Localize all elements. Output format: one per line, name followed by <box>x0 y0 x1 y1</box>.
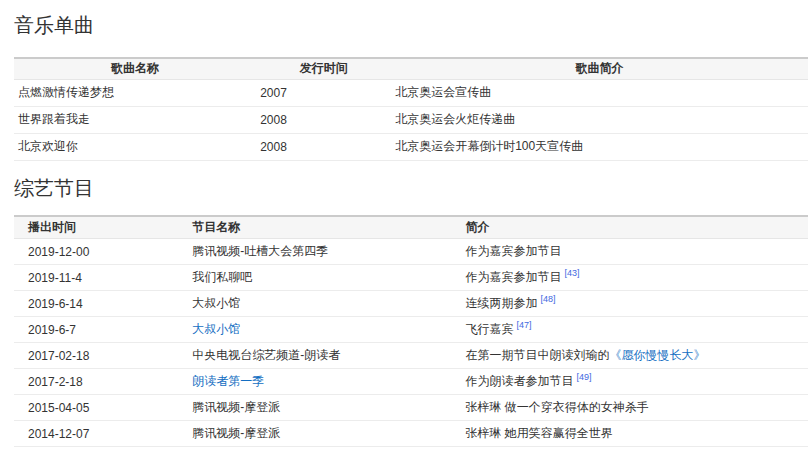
variety-shows-table: 播出时间节目名称简介 2019-12-00腾讯视频-吐槽大会第四季作为嘉宾参加节… <box>14 215 808 448</box>
table-cell: 2008 <box>256 133 391 160</box>
table-cell: 2017-2-18 <box>14 369 178 395</box>
reference-link[interactable]: [48] <box>540 294 555 304</box>
music-singles-table: 歌曲名称发行时间歌曲简介 点燃激情传递梦想2007北京奥运会宣传曲世界跟着我走2… <box>14 57 808 161</box>
cell-text: 作为嘉宾参加节目 <box>465 270 561 284</box>
cell-text: 世界跟着我走 <box>18 112 90 126</box>
cell-text: 张梓琳 她用笑容赢得全世界 <box>465 426 612 440</box>
table-row: 点燃激情传递梦想2007北京奥运会宣传曲 <box>14 79 808 106</box>
cell-text: 2019-6-14 <box>28 297 83 311</box>
header-row: 播出时间节目名称简介 <box>14 216 808 239</box>
cell-text: 2017-02-18 <box>28 349 89 363</box>
cell-text: 连续两期参加 <box>465 296 537 310</box>
table-cell: 2019-11-4 <box>14 265 178 291</box>
table-cell: 2019-12-00 <box>14 239 178 265</box>
table-cell: 2015-04-05 <box>14 395 178 421</box>
table-row: 2019-11-4我们私聊吧作为嘉宾参加节目[43] <box>14 265 808 291</box>
table-row: 2017-02-18中央电视台综艺频道-朗读者在第一期节目中朗读刘瑜的《愿你慢慢… <box>14 343 808 369</box>
table-cell: 北京奥运会开幕倒计时100天宣传曲 <box>391 133 808 160</box>
cell-text: 飞行嘉宾 <box>465 322 513 336</box>
cell-text: 2017-2-18 <box>28 375 83 389</box>
cell-text: 张梓琳 做一个穿衣得体的女神杀手 <box>465 400 648 414</box>
cell-text: 腾讯视频-吐槽大会第四季 <box>192 244 328 258</box>
cell-text: 2019-11-4 <box>28 271 82 285</box>
table-cell: 2019-6-7 <box>14 317 178 343</box>
table-cell: 腾讯视频-摩登派 <box>178 395 451 421</box>
entry-link[interactable]: 大叔小馆 <box>192 322 240 336</box>
cell-text: 作为朗读者参加节目 <box>465 374 573 388</box>
table-cell: 点燃激情传递梦想 <box>14 79 256 106</box>
table-cell: 连续两期参加[48] <box>451 291 808 317</box>
column-header: 发行时间 <box>256 58 391 79</box>
cell-text: 2014-12-07 <box>28 427 89 441</box>
table-cell: 大叔小馆 <box>178 291 451 317</box>
music-singles-section: 音乐单曲 歌曲名称发行时间歌曲简介 点燃激情传递梦想2007北京奥运会宣传曲世界… <box>0 0 810 161</box>
reference-link[interactable]: [43] <box>564 268 579 278</box>
table-cell: 腾讯视频-吐槽大会第四季 <box>178 239 451 265</box>
section-title-variety-shows: 综艺节目 <box>14 161 810 202</box>
table-row: 2019-6-14大叔小馆连续两期参加[48] <box>14 291 808 317</box>
cell-text: 2015-04-05 <box>28 401 89 415</box>
cell-text: 在第一期节目中朗读刘瑜的 <box>465 348 609 362</box>
header-row: 歌曲名称发行时间歌曲简介 <box>14 58 808 79</box>
table-row: 世界跟着我走2008北京奥运会火炬传递曲 <box>14 106 808 133</box>
cell-text: 北京奥运会火炬传递曲 <box>395 112 515 126</box>
table-cell: 朗读者第一季 <box>178 369 451 395</box>
variety-table-head: 播出时间节目名称简介 <box>14 216 808 239</box>
table-cell: 张梓琳 她用笑容赢得全世界 <box>451 421 808 447</box>
cell-text: 2019-12-00 <box>28 245 89 259</box>
table-cell: 大叔小馆 <box>178 317 451 343</box>
cell-text: 2008 <box>260 113 287 127</box>
column-header: 播出时间 <box>14 216 178 239</box>
table-row: 2019-12-00腾讯视频-吐槽大会第四季作为嘉宾参加节目 <box>14 239 808 265</box>
table-cell: 作为嘉宾参加节目[43] <box>451 265 808 291</box>
cell-text: 北京奥运会开幕倒计时100天宣传曲 <box>395 139 583 153</box>
entry-link[interactable]: 朗读者第一季 <box>192 374 264 388</box>
table-cell: 世界跟着我走 <box>14 106 256 133</box>
column-header: 简介 <box>451 216 808 239</box>
reference-link[interactable]: [47] <box>516 320 531 330</box>
cell-text: 2008 <box>260 140 287 154</box>
table-cell: 2017-02-18 <box>14 343 178 369</box>
table-cell: 我们私聊吧 <box>178 265 451 291</box>
cell-text: 大叔小馆 <box>192 296 240 310</box>
table-cell: 北京奥运会火炬传递曲 <box>391 106 808 133</box>
cell-text: 作为嘉宾参加节目 <box>465 244 561 258</box>
table-cell: 2007 <box>256 79 391 106</box>
column-header: 节目名称 <box>178 216 451 239</box>
table-row: 2015-04-05腾讯视频-摩登派张梓琳 做一个穿衣得体的女神杀手 <box>14 395 808 421</box>
table-row: 2017-2-18朗读者第一季作为朗读者参加节目[49] <box>14 369 808 395</box>
table-cell: 在第一期节目中朗读刘瑜的《愿你慢慢长大》 <box>451 343 808 369</box>
cell-text: 腾讯视频-摩登派 <box>192 400 280 414</box>
table-cell: 腾讯视频-摩登派 <box>178 421 451 447</box>
table-row: 2014-12-07腾讯视频-摩登派张梓琳 她用笑容赢得全世界 <box>14 421 808 447</box>
variety-table-body: 2019-12-00腾讯视频-吐槽大会第四季作为嘉宾参加节目2019-11-4我… <box>14 239 808 447</box>
variety-shows-section: 综艺节目 播出时间节目名称简介 2019-12-00腾讯视频-吐槽大会第四季作为… <box>0 161 810 448</box>
cell-text: 腾讯视频-摩登派 <box>192 426 280 440</box>
table-cell: 北京奥运会宣传曲 <box>391 79 808 106</box>
music-table-head: 歌曲名称发行时间歌曲简介 <box>14 58 808 79</box>
cell-text: 点燃激情传递梦想 <box>18 85 114 99</box>
table-cell: 2008 <box>256 106 391 133</box>
table-cell: 飞行嘉宾[47] <box>451 317 808 343</box>
table-cell: 中央电视台综艺频道-朗读者 <box>178 343 451 369</box>
cell-text: 2019-6-7 <box>28 323 76 337</box>
column-header: 歌曲名称 <box>14 58 256 79</box>
reference-link[interactable]: [49] <box>576 372 591 382</box>
cell-text: 北京奥运会宣传曲 <box>395 85 491 99</box>
table-row: 2019-6-7大叔小馆飞行嘉宾[47] <box>14 317 808 343</box>
column-header: 歌曲简介 <box>391 58 808 79</box>
cell-text: 2007 <box>260 86 287 100</box>
entry-link[interactable]: 《愿你慢慢长大》 <box>609 348 705 362</box>
table-cell: 2019-6-14 <box>14 291 178 317</box>
table-cell: 2014-12-07 <box>14 421 178 447</box>
cell-text: 北京欢迎你 <box>18 139 78 153</box>
section-title-music-singles: 音乐单曲 <box>14 0 810 39</box>
table-cell: 作为朗读者参加节目[49] <box>451 369 808 395</box>
music-table-body: 点燃激情传递梦想2007北京奥运会宣传曲世界跟着我走2008北京奥运会火炬传递曲… <box>14 79 808 160</box>
cell-text: 我们私聊吧 <box>192 270 252 284</box>
table-cell: 张梓琳 做一个穿衣得体的女神杀手 <box>451 395 808 421</box>
table-row: 北京欢迎你2008北京奥运会开幕倒计时100天宣传曲 <box>14 133 808 160</box>
table-cell: 作为嘉宾参加节目 <box>451 239 808 265</box>
table-cell: 北京欢迎你 <box>14 133 256 160</box>
cell-text: 中央电视台综艺频道-朗读者 <box>192 348 340 362</box>
